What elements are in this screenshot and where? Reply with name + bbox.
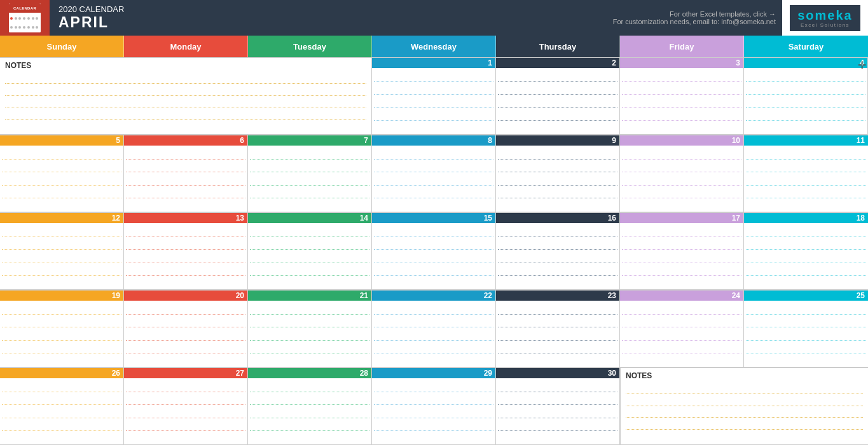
header-info-block: For other Excel templates, click → For c…: [607, 0, 782, 36]
date-num-22: 22: [372, 291, 495, 301]
row-4: 19 20 21 22 23 24: [0, 290, 868, 367]
cell-thu-9[interactable]: 9: [496, 135, 620, 212]
cell-wed-8[interactable]: 8: [372, 135, 496, 212]
cell-sun-5[interactable]: 5: [0, 135, 124, 212]
cell-mon-6[interactable]: 6: [124, 135, 248, 212]
notes-cell-row5[interactable]: NOTES: [620, 368, 868, 445]
date-num-5: 5: [0, 135, 123, 146]
row-3: 12 13 14 15 16 17: [0, 212, 868, 290]
cell-thu-30[interactable]: 30: [496, 368, 620, 445]
brand-inner: someka Excel Solutions: [790, 5, 860, 31]
date-num-8: 8: [372, 135, 495, 146]
date-num-28: 28: [248, 368, 371, 378]
date-num-27: 27: [124, 368, 247, 378]
cell-fri-3[interactable]: 3: [620, 58, 744, 135]
date-num-9: 9: [496, 135, 619, 146]
notes-cell-row1[interactable]: NOTES: [0, 58, 372, 135]
date-num-16: 16: [496, 213, 619, 223]
date-num-26: 26: [0, 368, 123, 378]
cell-mon-13[interactable]: 13: [124, 213, 248, 290]
date-num-2: 2: [496, 58, 619, 68]
wh-monday: Monday: [124, 36, 248, 57]
date-num-13: 13: [124, 213, 247, 223]
cell-fri-24[interactable]: 24: [620, 291, 744, 367]
cell-tue-28[interactable]: 28: [248, 368, 372, 445]
title-block: 2020 CALENDAR APRIL: [50, 0, 133, 36]
date-num-19: 19: [0, 291, 123, 301]
date-num-25: 25: [744, 291, 868, 301]
date-num-12: 12: [0, 213, 123, 223]
date-num-6: 6: [124, 135, 247, 146]
date-num-24: 24: [620, 291, 743, 301]
date-num-29: 29: [372, 368, 495, 378]
notes-cell-row1-label: NOTES: [5, 61, 366, 70]
date-num-15: 15: [372, 213, 495, 223]
cal-logo: CALENDAR: [9, 3, 41, 32]
date-num-20: 20: [124, 291, 247, 301]
date-num-17: 17: [620, 213, 743, 223]
date-num-14: 14: [248, 213, 371, 223]
cell-wed-15[interactable]: 15: [372, 213, 496, 290]
row-1: NOTES 1 2: [0, 57, 868, 135]
cell-tue-7[interactable]: 7: [248, 135, 372, 212]
template-link-text: For other Excel templates, click →: [670, 10, 776, 18]
cell-mon-20[interactable]: 20: [124, 291, 248, 367]
cell-mon-27[interactable]: 27: [124, 368, 248, 445]
cell-sat-18[interactable]: 18: [744, 213, 868, 290]
app-month-label: APRIL: [59, 14, 124, 31]
wh-wednesday: Wednesday: [372, 36, 496, 57]
app-header: CALENDAR: [0, 0, 868, 36]
cell-wed-1[interactable]: 1: [372, 58, 496, 135]
cal-rows-container: NOTES 1 2: [0, 57, 868, 445]
weekday-header-row: Sunday Monday Tuesday Wednesday Thursday…: [0, 36, 868, 57]
cell-sat-11[interactable]: 11: [744, 135, 868, 212]
brand-container: someka Excel Solutions: [782, 0, 868, 36]
cell-tue-14[interactable]: 14: [248, 213, 372, 290]
cell-sun-12[interactable]: 12: [0, 213, 124, 290]
wh-thursday: Thursday: [496, 36, 620, 57]
date-num-7: 7: [248, 135, 371, 146]
cell-sat-25[interactable]: 25: [744, 291, 868, 367]
cell-fri-17[interactable]: 17: [620, 213, 744, 290]
logo-block: CALENDAR: [0, 0, 50, 36]
brand-tagline-text: Excel Solutions: [797, 22, 853, 28]
date-num-1: 1: [372, 58, 495, 68]
row-2: 5 6 7 8 9 10 1: [0, 135, 868, 212]
cell-tue-21[interactable]: 21: [248, 291, 372, 367]
date-num-3: 3: [620, 58, 743, 68]
cell-sun-26[interactable]: 26: [0, 368, 124, 445]
row-5: 26 27 28 29 30 NOTES: [0, 367, 868, 445]
cell-thu-16[interactable]: 16: [496, 213, 620, 290]
cell-sun-19[interactable]: 19: [0, 291, 124, 367]
email-text: For customization needs, email to: info@…: [613, 18, 776, 25]
date-num-21: 21: [248, 291, 371, 301]
wh-friday: Friday: [620, 36, 744, 57]
notes-cell-row5-label: NOTES: [626, 371, 863, 380]
cell-wed-22[interactable]: 22: [372, 291, 496, 367]
date-num-18: 18: [744, 213, 868, 223]
wh-sunday: Sunday: [0, 36, 124, 57]
wh-saturday: Saturday: [744, 36, 868, 57]
cell-thu-23[interactable]: 23: [496, 291, 620, 367]
app-year-label: 2020 CALENDAR: [59, 4, 124, 14]
cal-logo-text: CALENDAR: [13, 6, 36, 10]
date-num-11: 11: [744, 135, 868, 146]
date-num-10: 10: [620, 135, 743, 146]
date-num-23: 23: [496, 291, 619, 301]
cell-fri-10[interactable]: 10: [620, 135, 744, 212]
date-num-30: 30: [496, 368, 619, 378]
date-num-4: 4: [744, 58, 867, 68]
wh-tuesday: Tuesday: [248, 36, 372, 57]
brand-name-text: someka: [797, 8, 853, 22]
cursor-plus-icon: ✛: [858, 59, 866, 71]
cell-wed-29[interactable]: 29: [372, 368, 496, 445]
cell-thu-2[interactable]: 2: [496, 58, 620, 135]
cell-sat-4[interactable]: 4 ✛: [744, 58, 868, 135]
